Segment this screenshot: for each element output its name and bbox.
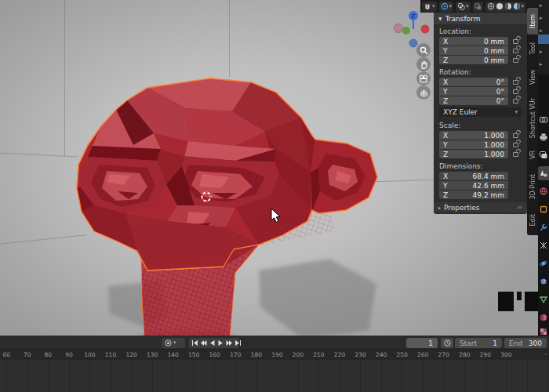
outliner-sliver: ▸ ▸ ▸ ▸ ▸: [538, 0, 549, 74]
lock-icon[interactable]: [513, 152, 518, 157]
dimensions-z-field[interactable]: Z49.2 mm: [439, 191, 508, 199]
outliner-expand-icon[interactable]: ▸: [540, 27, 543, 34]
frame-start-field[interactable]: Start 1: [455, 338, 502, 348]
outliner-expand-icon[interactable]: ▸: [540, 49, 543, 55]
dimensions-y-field[interactable]: Y42.6 mm: [439, 181, 508, 190]
snap-control[interactable]: ▾: [422, 2, 437, 12]
properties-tab-view-layer[interactable]: [538, 148, 549, 162]
chevron-down-icon[interactable]: ▾: [173, 340, 176, 346]
axis-x-ball: [421, 25, 430, 34]
chevron-down-icon[interactable]: ▾: [449, 4, 453, 9]
chevron-down-icon[interactable]: ▾: [432, 4, 435, 9]
scale-y-field[interactable]: Y1.000: [439, 140, 508, 149]
tab-3d-print[interactable]: 3D-Print: [527, 166, 539, 207]
current-frame-field[interactable]: 1: [406, 338, 438, 348]
lock-icon[interactable]: [513, 80, 518, 85]
dimensions-x-field[interactable]: X68.4 mm: [439, 172, 508, 180]
lock-icon[interactable]: [513, 49, 518, 53]
record-icon: [165, 339, 172, 347]
axis-neg-x-ball: [394, 24, 403, 33]
jump-to-start-button[interactable]: [191, 339, 198, 347]
tab-vr[interactable]: VR: [527, 146, 539, 165]
timeline-track-area[interactable]: [0, 360, 549, 392]
location-y-field[interactable]: Y0 mm: [439, 46, 508, 55]
lock-icon[interactable]: [513, 39, 518, 44]
rotation-z-field[interactable]: Z0°: [439, 96, 508, 105]
frame-end-field[interactable]: End 300: [504, 338, 547, 348]
material-shading-icon: [504, 2, 512, 10]
outliner-expand-icon[interactable]: ▸: [540, 15, 543, 21]
lock-icon[interactable]: [513, 58, 518, 63]
scene-icon: [540, 169, 547, 177]
properties-tab-world[interactable]: [538, 184, 549, 198]
rotation-x-field[interactable]: X0°: [439, 78, 508, 86]
properties-tab-particles[interactable]: [538, 238, 549, 252]
outliner-expand-icon[interactable]: ▸: [540, 61, 543, 67]
scale-z-field[interactable]: Z1.000: [439, 150, 508, 158]
proportional-editing-control[interactable]: ▾: [439, 2, 454, 12]
play-reverse-icon: [209, 339, 216, 347]
zoom-button[interactable]: [416, 43, 431, 57]
overlays-control[interactable]: ▾: [456, 2, 471, 12]
previous-keyframe-button[interactable]: [200, 339, 207, 347]
jump-to-end-button[interactable]: [235, 339, 242, 347]
tab-item[interactable]: Item: [527, 8, 539, 34]
snap-magnet-icon: [424, 2, 431, 10]
tab-edit[interactable]: Edit: [527, 209, 539, 232]
scroll-left-icon[interactable]: ‹: [544, 351, 547, 358]
tab-tool[interactable]: Tool: [527, 36, 539, 61]
camera-view-button[interactable]: [416, 71, 431, 85]
auto-keying-button[interactable]: [164, 339, 172, 347]
outliner-selected-row[interactable]: [538, 34, 549, 44]
wireframe-shading-icon: [487, 2, 495, 10]
printer-icon: [540, 133, 547, 141]
properties-tab-modifiers[interactable]: [538, 220, 549, 234]
properties-tab-render[interactable]: [538, 112, 549, 126]
transform-panel-header[interactable]: ▼ Transform: [434, 13, 527, 24]
location-x-field[interactable]: X0 mm: [439, 37, 508, 45]
lock-icon[interactable]: [513, 99, 518, 103]
chevron-down-icon[interactable]: ▾: [466, 4, 469, 9]
properties-tab-material[interactable]: [538, 310, 549, 325]
shading-solid-button[interactable]: [496, 2, 504, 11]
next-keyframe-icon: [226, 339, 233, 347]
properties-subpanel-header[interactable]: ▸ Properties ≡: [434, 202, 527, 212]
lock-icon[interactable]: [513, 143, 518, 147]
properties-tab-output[interactable]: [538, 130, 549, 144]
pan-button[interactable]: [416, 57, 431, 71]
world-globe-icon: [540, 187, 547, 195]
properties-tab-object[interactable]: [538, 202, 549, 216]
scale-x-field[interactable]: X1.000: [439, 131, 508, 140]
clock-icon: [444, 339, 451, 347]
timeline-ruler[interactable]: 6070809010011012013014015016017018019020…: [0, 350, 549, 360]
orthographic-toggle-button[interactable]: [416, 85, 431, 100]
outliner-expand-icon[interactable]: ▸: [540, 2, 543, 9]
xray-toggle[interactable]: [473, 2, 483, 12]
properties-tab-scene[interactable]: [538, 166, 549, 180]
play-reverse-button[interactable]: [209, 339, 216, 347]
rotation-mode-dropdown[interactable]: XYZ Euler ▾: [439, 107, 522, 117]
rotation-y-field[interactable]: Y0°: [439, 87, 508, 96]
rotation-fields: X0° Y0° Z0°: [434, 78, 527, 105]
blender-window: Z ▾ ▾ ▾: [0, 0, 549, 392]
properties-tab-physics[interactable]: [538, 256, 549, 270]
location-z-field[interactable]: Z0 mm: [439, 56, 508, 64]
shading-wireframe-button[interactable]: [487, 2, 495, 11]
shading-material-button[interactable]: [504, 2, 512, 11]
dimensions-label: Dimensions:: [434, 159, 527, 172]
next-keyframe-button[interactable]: [226, 339, 233, 347]
chevron-down-icon[interactable]: ▾: [522, 4, 525, 9]
location-fields: X0 mm Y0 mm Z0 mm: [434, 37, 527, 64]
watermark-block: [498, 292, 514, 311]
properties-tab-constraints[interactable]: [538, 274, 549, 289]
use-preview-range-button[interactable]: [441, 338, 453, 348]
tab-view[interactable]: View: [527, 63, 539, 91]
tab-shortcut-vur[interactable]: Shortcut VUr: [527, 93, 539, 144]
shading-rendered-button[interactable]: [513, 2, 521, 11]
lock-icon[interactable]: [513, 133, 518, 138]
texture-checker-icon: [540, 328, 547, 336]
play-button[interactable]: [217, 339, 224, 347]
lock-icon[interactable]: [513, 89, 518, 94]
viewport-header: ▾ ▾ ▾ ▾: [420, 0, 538, 13]
properties-tab-object-data[interactable]: [538, 292, 549, 307]
